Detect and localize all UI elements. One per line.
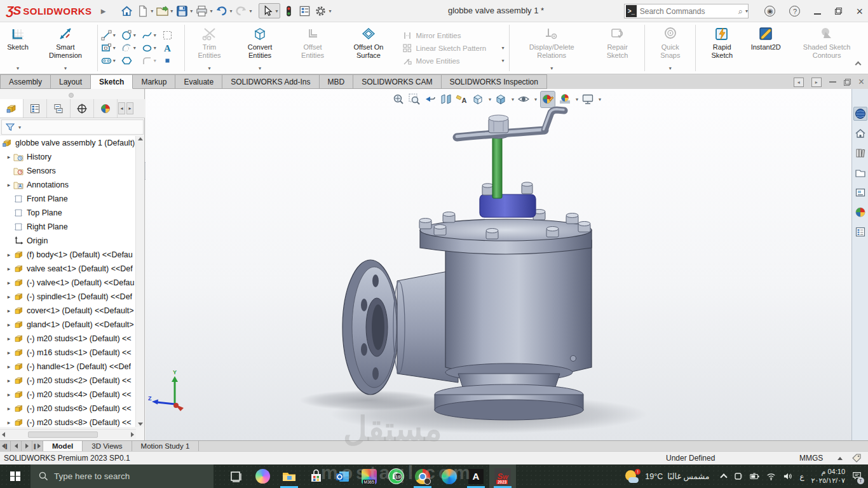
file-explorer-pane-icon[interactable]: [853, 166, 867, 180]
dropdown-caret[interactable]: ▾: [501, 45, 504, 51]
dropdown-caret[interactable]: ▾: [249, 8, 252, 14]
expand-arrow[interactable]: ▸: [4, 419, 13, 426]
dropdown-caret[interactable]: ▾: [259, 65, 261, 71]
dropdown-caret[interactable]: ▾: [113, 58, 116, 64]
tab-solidworks-inspection[interactable]: SOLIDWORKS Inspection: [442, 74, 547, 89]
tabs-scroll-left[interactable]: ◂: [118, 102, 125, 114]
tree-item-part[interactable]: ▸(-) m20 studs<8> (Default) <<: [0, 416, 136, 427]
fillet-tool[interactable]: ▾: [142, 55, 161, 66]
expand-arrow[interactable]: ▸: [4, 280, 13, 286]
dropdown-caret[interactable]: ▾: [550, 65, 553, 71]
next-tab-button[interactable]: [22, 441, 32, 451]
tree-item-part[interactable]: ▸(-) m20 studs<4> (Default) <<: [0, 388, 136, 402]
ellipse-tool[interactable]: ▾: [142, 43, 161, 53]
rectangle-tool[interactable]: ▾: [101, 43, 120, 53]
volume-icon[interactable]: [783, 471, 792, 481]
restore-button[interactable]: [835, 8, 842, 15]
tree-item-part[interactable]: ▸(-) m20 studs<2> (Default) <<: [0, 374, 136, 388]
expand-arrow[interactable]: ▸: [4, 405, 13, 412]
rapid-sketch-button[interactable]: Rapid Sketch: [698, 22, 746, 74]
scroll-up-arrow[interactable]: [138, 137, 143, 140]
tab-motion-study[interactable]: Motion Study 1: [132, 441, 200, 451]
solidworks-taskbar-icon[interactable]: SW2023: [489, 464, 516, 488]
dropdown-caret[interactable]: ▾: [151, 8, 153, 14]
whatsapp-icon[interactable]: 19: [383, 464, 409, 488]
doc-minimize-button[interactable]: [829, 81, 836, 83]
search-icon[interactable]: ⌕: [738, 6, 743, 17]
tree-vertical-scrollbar[interactable]: [135, 136, 144, 427]
dropdown-caret[interactable]: ▾: [170, 8, 173, 14]
tab-markup[interactable]: Markup: [133, 74, 175, 89]
tree-item-history[interactable]: ▸History: [0, 150, 136, 164]
tree-item-part[interactable]: ▸(-) m20 studs<1> (Default) <<: [0, 332, 136, 346]
search-dropdown-caret[interactable]: ▾: [745, 8, 748, 14]
taskbar-search-box[interactable]: Type here to search: [31, 464, 214, 488]
collapse-ribbon-chevron[interactable]: [856, 62, 862, 68]
arc-tool[interactable]: ▾: [121, 43, 140, 53]
tree-item-part[interactable]: ▸(-) m20 studs<6> (Default) <<: [0, 402, 136, 416]
copilot-icon[interactable]: [249, 464, 276, 488]
tree-item-top-plane[interactable]: Top Plane: [0, 206, 136, 220]
expand-arrow[interactable]: ▸: [4, 391, 13, 398]
new-document-button[interactable]: ▾: [135, 3, 154, 19]
tree-item-part[interactable]: ▸cover<1> (Default) <<Default>: [0, 304, 136, 318]
dropdown-caret[interactable]: ▾: [190, 8, 193, 14]
expand-arrow[interactable]: ▸: [4, 182, 13, 188]
expand-arrow[interactable]: ▸: [4, 294, 13, 300]
convert-entities-button[interactable]: Convert Entities ▾: [232, 22, 288, 74]
expand-arrow[interactable]: ▸: [4, 349, 13, 356]
battery-icon[interactable]: [750, 471, 759, 481]
tree-item-right-plane[interactable]: Right Plane: [0, 220, 136, 234]
save-button[interactable]: ▾: [175, 3, 193, 19]
user-account-icon[interactable]: ◉: [764, 6, 775, 17]
doc-restore-button[interactable]: [844, 79, 851, 86]
home-pane-icon[interactable]: [853, 126, 867, 140]
print-button[interactable]: ▾: [194, 3, 213, 19]
text-tool[interactable]: A: [162, 43, 181, 53]
tab-dimxpert[interactable]: [71, 99, 94, 118]
dropdown-caret[interactable]: ▾: [113, 32, 116, 38]
tree-item-part[interactable]: ▸valve seat<1> (Default) <<Def: [0, 262, 136, 276]
instant2d-button[interactable]: Instant2D: [746, 22, 785, 74]
3d-content-central-icon[interactable]: [853, 107, 867, 121]
edge-browser-icon[interactable]: [436, 464, 463, 488]
sketch-picture-tool[interactable]: [162, 30, 181, 41]
menu-flyout-arrow[interactable]: ▶: [101, 8, 106, 15]
scroll-right-arrow[interactable]: [131, 432, 134, 437]
select-tool-button[interactable]: ▾: [259, 3, 280, 18]
tab-property-manager[interactable]: [24, 99, 47, 118]
collapse-right-pane-button[interactable]: ▸: [811, 78, 822, 87]
tab-model[interactable]: Model: [43, 441, 83, 451]
language-indicator[interactable]: ع: [799, 472, 804, 481]
expand-arrow[interactable]: ▸: [4, 322, 13, 328]
expand-arrow[interactable]: ▸: [4, 363, 13, 370]
tree-item-front-plane[interactable]: Front Plane: [0, 192, 136, 206]
expand-arrow[interactable]: ▸: [4, 308, 13, 314]
dropdown-caret[interactable]: ▾: [113, 45, 116, 51]
appearances-pane-icon[interactable]: [853, 205, 867, 219]
panel-grab-handle[interactable]: [69, 93, 74, 98]
polygon-tool[interactable]: [121, 55, 140, 66]
dropdown-caret[interactable]: ▾: [275, 8, 278, 14]
tree-item-sensors[interactable]: Sensors: [0, 164, 136, 178]
tree-item-origin[interactable]: Origin: [0, 234, 136, 248]
graphics-viewport[interactable]: A ▾ ▾ ▾ ▾ ▾: [146, 89, 851, 440]
redo-button[interactable]: ▾: [234, 3, 252, 19]
expand-arrow[interactable]: ▸: [4, 266, 13, 272]
quick-snaps-button[interactable]: Quick Snaps ▾: [647, 22, 693, 74]
mirror-entities-button[interactable]: Mirror Entities: [402, 30, 505, 41]
minimize-button[interactable]: [814, 6, 821, 16]
chrome-icon[interactable]: [409, 464, 436, 488]
autocad-icon[interactable]: A: [463, 464, 489, 488]
circle-tool[interactable]: ▾: [121, 30, 140, 41]
expand-arrow[interactable]: ▸: [4, 252, 13, 258]
tree-item-part[interactable]: ▸gland<1> (Default) <<Default>: [0, 318, 136, 332]
custom-properties-icon[interactable]: [853, 225, 867, 239]
wifi-icon[interactable]: [766, 471, 776, 481]
point-tool[interactable]: [162, 55, 181, 66]
command-search-input[interactable]: [640, 7, 738, 16]
tree-item-annotations[interactable]: ▸AAnnotations: [0, 178, 136, 192]
dropdown-caret[interactable]: ▾: [154, 58, 156, 64]
dropdown-caret[interactable]: ▾: [133, 45, 136, 51]
tab-evaluate[interactable]: Evaluate: [175, 74, 222, 89]
